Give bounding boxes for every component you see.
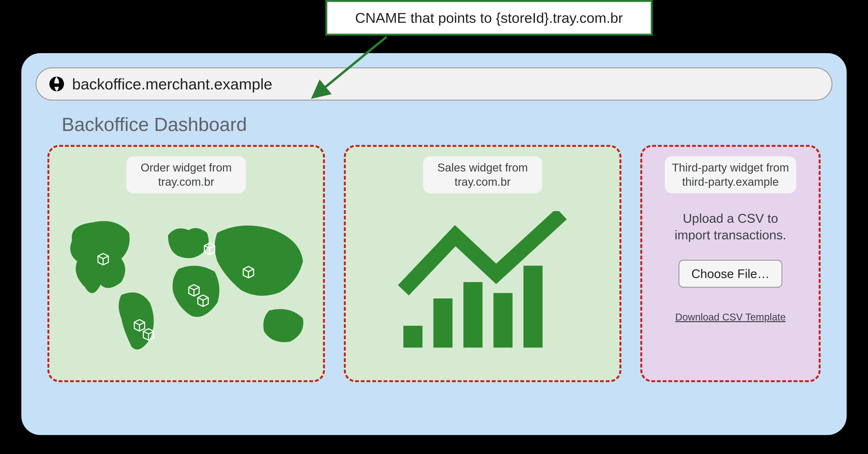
svg-rect-6 bbox=[494, 293, 513, 347]
third-party-widget-label: Third-party widget from third-party.exam… bbox=[665, 156, 796, 193]
page-title: Backoffice Dashboard bbox=[62, 114, 832, 135]
url-text: backoffice.merchant.example bbox=[72, 75, 272, 93]
cname-callout: CNAME that points to {storeId}.tray.com.… bbox=[326, 0, 653, 36]
callout-arrow-icon bbox=[311, 34, 394, 101]
choose-file-button[interactable]: Choose File… bbox=[679, 260, 782, 288]
svg-rect-3 bbox=[403, 326, 423, 347]
svg-rect-4 bbox=[434, 298, 453, 347]
order-widget-body bbox=[57, 193, 316, 371]
cname-callout-text: CNAME that points to {storeId}.tray.com.… bbox=[355, 10, 623, 26]
sales-widget-body bbox=[353, 193, 612, 371]
svg-rect-5 bbox=[463, 282, 483, 347]
url-bar[interactable]: backoffice.merchant.example bbox=[36, 67, 832, 100]
browser-window: backoffice.merchant.example Backoffice D… bbox=[19, 51, 849, 437]
svg-line-0 bbox=[320, 37, 386, 91]
download-csv-link[interactable]: Download CSV Template bbox=[675, 311, 786, 323]
widgets-row: Order widget from tray.com.br bbox=[36, 145, 832, 382]
upload-instructions: Upload a CSV to import transactions. bbox=[675, 210, 786, 243]
order-widget: Order widget from tray.com.br bbox=[48, 145, 325, 382]
order-widget-label: Order widget from tray.com.br bbox=[126, 156, 246, 193]
third-party-widget: Third-party widget from third-party.exam… bbox=[640, 145, 820, 382]
svg-rect-7 bbox=[524, 266, 543, 347]
sales-widget: Sales widget from tray.com.br bbox=[344, 145, 621, 382]
sales-widget-label: Sales widget from tray.com.br bbox=[423, 156, 542, 193]
world-map-icon bbox=[57, 193, 316, 371]
globe-icon bbox=[49, 75, 65, 92]
sales-chart-icon bbox=[379, 211, 586, 353]
